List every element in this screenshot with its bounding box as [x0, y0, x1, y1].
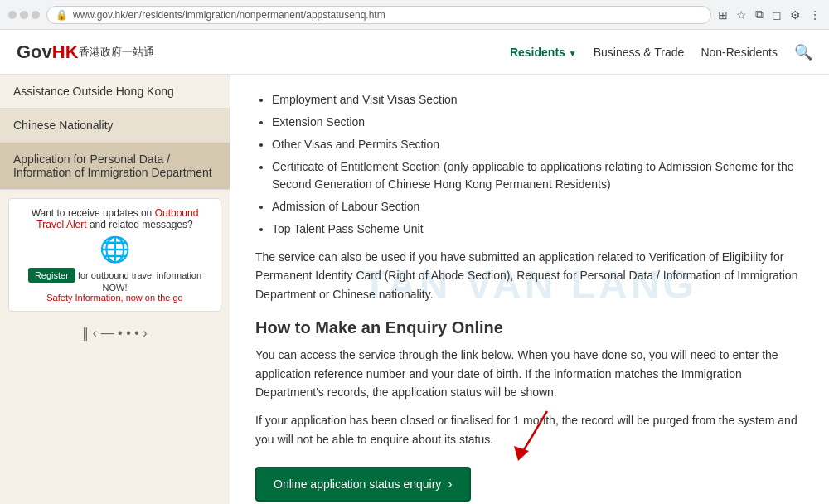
window-close-btn[interactable] — [8, 11, 17, 19]
extensions-icon[interactable]: ⧉ — [755, 7, 764, 22]
section1-heading: How to Make an Enquiry Online — [255, 318, 804, 337]
nav-nonresidents[interactable]: Non-Residents — [701, 42, 778, 62]
search-icon[interactable]: 🔍 — [794, 43, 812, 61]
logo-gov: GovHK — [17, 41, 79, 63]
intro-paragraph: The service can also be used if you have… — [255, 248, 804, 303]
nav-bar: Residents ▼ Business & Trade Non-Residen… — [510, 42, 812, 62]
register-button[interactable]: Register — [28, 268, 75, 283]
url-text: www.gov.hk/en/residents/immigration/nonp… — [73, 9, 385, 21]
url-bar[interactable]: 🔒 www.gov.hk/en/residents/immigration/no… — [46, 6, 711, 24]
more-icon[interactable]: ⋮ — [809, 8, 821, 22]
section1-para1: You can access the service through the l… — [255, 346, 804, 401]
page-layout: Assistance Outside Hong Kong Chinese Nat… — [0, 75, 829, 504]
browser-controls — [8, 11, 40, 19]
nav-residents[interactable]: Residents ▼ — [510, 42, 577, 62]
notification-sub: Safety Information, now on the go — [17, 293, 212, 303]
logo-hk-text: HK — [52, 41, 79, 62]
residents-arrow: ▼ — [569, 49, 577, 58]
notification-text: Want to receive updates on Outbound Trav… — [32, 207, 199, 230]
list-item: Admission of Labour Section — [272, 198, 804, 216]
lock-icon: 🔒 — [56, 9, 68, 21]
browser-icons: ⊞ ☆ ⧉ ◻ ⚙ ⋮ — [718, 7, 821, 22]
sidebar: Assistance Outside Hong Kong Chinese Nat… — [0, 75, 230, 504]
nav-business[interactable]: Business & Trade — [594, 42, 685, 62]
list-item: Top Talent Pass Scheme Unit — [272, 220, 804, 238]
window-minimize-btn[interactable] — [20, 11, 28, 19]
enquiry-button[interactable]: Online application status enquiry › — [255, 467, 471, 502]
site-header: GovHK 香港政府一站通 Residents ▼ Business & Tra… — [0, 30, 829, 75]
list-item: Extension Section — [272, 114, 804, 131]
window-maximize-btn[interactable] — [32, 11, 40, 19]
browser-chrome: 🔒 www.gov.hk/en/residents/immigration/no… — [0, 0, 829, 30]
sidebar-item-chinese-nationality[interactable]: Chinese Nationality — [0, 109, 230, 143]
list-item: Certificate of Entitlement Section (only… — [272, 158, 804, 193]
list-item: Employment and Visit Visas Section — [272, 91, 804, 109]
bookmark-icon[interactable]: ☆ — [736, 8, 747, 22]
profile-icon[interactable]: ◻ — [772, 8, 782, 22]
logo[interactable]: GovHK 香港政府一站通 — [17, 41, 154, 63]
settings-icon[interactable]: ⚙ — [790, 8, 801, 22]
section1-para2: If your application has been closed or f… — [255, 411, 804, 448]
logo-gov-text: Gov — [17, 41, 52, 62]
notification-banner: Want to receive updates on Outbound Trav… — [8, 198, 221, 312]
carousel-controls[interactable]: ‖ ‹ — • • • › — [0, 320, 230, 346]
logo-tagline: 香港政府一站通 — [79, 45, 154, 60]
enquiry-arrow-icon: › — [448, 477, 452, 492]
main-content: TAN VAN LANG Employment and Visit Visas … — [230, 75, 829, 504]
content-inner: Employment and Visit Visas Section Exten… — [255, 91, 804, 504]
section-bullet-list: Employment and Visit Visas Section Exten… — [255, 91, 804, 238]
translate-icon[interactable]: ⊞ — [718, 8, 728, 22]
globe-icon: 🌐 — [17, 235, 212, 264]
sidebar-item-assistance[interactable]: Assistance Outside Hong Kong — [0, 75, 230, 109]
sidebar-item-app-personal[interactable]: Application for Personal Data / Informat… — [0, 143, 230, 190]
list-item: Other Visas and Permits Section — [272, 136, 804, 153]
annotation-container: If your application has been closed or f… — [255, 411, 804, 448]
